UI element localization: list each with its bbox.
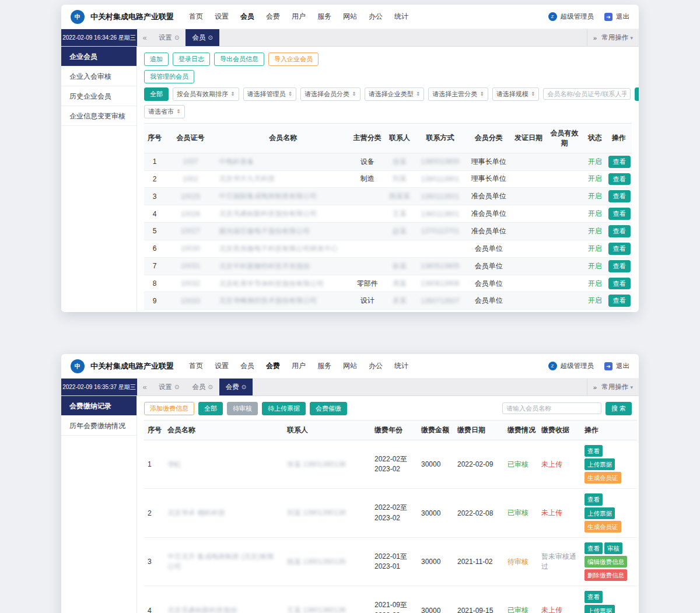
view-button[interactable]: 查看 <box>608 260 631 272</box>
tabs-forward-icon[interactable]: » <box>593 34 597 41</box>
button-会费催缴[interactable]: 会费催缴 <box>310 402 347 415</box>
tabs-collapse-icon[interactable]: « <box>137 29 152 46</box>
view-button[interactable]: 查看 <box>608 243 631 255</box>
all-filter-button[interactable]: 全部 <box>144 87 169 101</box>
sidebar-item-企业会员[interactable]: 企业会员 <box>61 47 136 66</box>
filter-select-请选择管理员[interactable]: 请选择管理员⇕ <box>243 87 297 101</box>
action-button-生成会员证[interactable]: 生成会员证 <box>584 521 621 533</box>
nav-item-首页[interactable]: 首页 <box>189 12 203 22</box>
sidebar-item-会费缴纳记录[interactable]: 会费缴纳记录 <box>61 396 136 416</box>
button-添加缴费信息[interactable]: 添加缴费信息 <box>144 402 194 415</box>
tab-会员[interactable]: 会员 ⊙ <box>186 379 219 395</box>
action-button-上传票据[interactable]: 上传票据 <box>584 507 615 519</box>
button-登录日志[interactable]: 登录日志 <box>173 52 210 66</box>
common-ops-menu[interactable]: 常用操作 ▾ <box>601 33 633 42</box>
sidebar-item-历年会费缴纳情况[interactable]: 历年会费缴纳情况 <box>61 416 136 436</box>
button-追加[interactable]: 追加 <box>144 52 169 66</box>
tab-close-icon[interactable]: ⊙ <box>174 384 179 390</box>
fee-filter-buttons: 添加缴费信息全部待审核待上传票据会费催缴 <box>144 402 347 415</box>
nav-item-用户[interactable]: 用户 <box>292 361 306 371</box>
cell-index: 5 <box>144 223 165 240</box>
tab-设置[interactable]: 设置 ⊙ <box>152 29 186 46</box>
fee-status-text: 已审核 <box>508 460 528 468</box>
view-button[interactable]: 查看 <box>608 295 631 307</box>
filter-select-请选择主营分类[interactable]: 请选择主营分类⇕ <box>428 87 488 101</box>
tab-会费[interactable]: 会费 ⊙ <box>219 379 253 395</box>
logout-icon[interactable]: ➜ <box>604 13 612 21</box>
nav-item-会员[interactable]: 会员 <box>240 361 254 371</box>
user-name[interactable]: 超级管理员 <box>561 12 594 21</box>
view-button[interactable]: 查看 <box>608 190 631 202</box>
tab-会员[interactable]: 会员 ⊙ <box>186 29 219 46</box>
cell-index: 3 <box>144 188 165 205</box>
view-button[interactable]: 查看 <box>608 208 631 220</box>
nav-item-设置[interactable]: 设置 <box>215 12 229 22</box>
search-button[interactable]: 搜 索 <box>606 402 632 415</box>
action-button-查看[interactable]: 查看 <box>584 591 603 603</box>
nav-item-会员[interactable]: 会员 <box>240 12 254 22</box>
sidebar-item-企业信息变更审核[interactable]: 企业信息变更审核 <box>61 106 136 126</box>
nav-item-网站[interactable]: 网站 <box>343 361 357 371</box>
tabs-forward-icon[interactable]: » <box>593 384 597 391</box>
user-name[interactable]: 超级管理员 <box>561 362 594 370</box>
filter-select-请选择规模[interactable]: 请选择规模⇕ <box>492 87 540 101</box>
filter-select-请选省市[interactable]: 请选省市⇕ <box>144 105 185 118</box>
action-button-审核[interactable]: 审核 <box>604 542 622 554</box>
nav-item-网站[interactable]: 网站 <box>343 12 357 22</box>
search-button[interactable]: 搜 索 <box>635 87 639 101</box>
tabs-collapse-icon[interactable]: « <box>137 379 152 395</box>
filter-select-请选择会员分类[interactable]: 请选择会员分类⇕ <box>300 87 360 101</box>
button-导入企业会员[interactable]: 导入企业会员 <box>268 52 318 66</box>
redacted-text: 1002 <box>183 175 198 183</box>
button-待审核[interactable]: 待审核 <box>227 402 258 415</box>
tab-close-icon[interactable]: ⊙ <box>208 34 212 41</box>
tab-close-icon[interactable]: ⊙ <box>174 34 179 41</box>
tab-close-icon[interactable]: ⊙ <box>242 384 246 390</box>
action-button-编辑缴费信息[interactable]: 编辑缴费信息 <box>584 556 627 568</box>
button-导出会员信息[interactable]: 导出会员信息 <box>214 52 264 66</box>
view-button[interactable]: 查看 <box>608 278 631 290</box>
button-全部[interactable]: 全部 <box>198 402 223 415</box>
nav-item-服务[interactable]: 服务 <box>317 361 331 371</box>
nav-item-会费[interactable]: 会费 <box>266 12 280 22</box>
select-arrows-icon: ⇕ <box>230 91 235 97</box>
fee-search-input[interactable] <box>502 402 601 414</box>
sidebar-item-历史企业会员[interactable]: 历史企业会员 <box>61 86 136 106</box>
view-button[interactable]: 查看 <box>608 225 631 237</box>
action-button-上传票据[interactable]: 上传票据 <box>584 458 615 470</box>
nav-item-设置[interactable]: 设置 <box>215 361 229 371</box>
sidebar-item-企业入会审核[interactable]: 企业入会审核 <box>61 66 136 86</box>
tab-设置[interactable]: 设置 ⊙ <box>152 379 186 395</box>
filter-select-按会员有效期排序[interactable]: 按会员有效期排序⇕ <box>173 87 239 101</box>
nav-item-统计[interactable]: 统计 <box>394 361 408 371</box>
button-我管理的会员[interactable]: 我管理的会员 <box>144 70 194 83</box>
nav-item-用户[interactable]: 用户 <box>292 12 306 22</box>
nav-item-会费[interactable]: 会费 <box>266 361 280 371</box>
filter-select-请选择企业类型[interactable]: 请选择企业类型⇕ <box>365 87 425 101</box>
nav-item-统计[interactable]: 统计 <box>394 12 408 22</box>
view-button[interactable]: 查看 <box>608 173 631 185</box>
action-button-查看[interactable]: 查看 <box>584 445 603 457</box>
logout-icon[interactable]: ➜ <box>604 362 612 370</box>
common-ops-menu[interactable]: 常用操作 ▾ <box>601 383 633 391</box>
logout-label[interactable]: 退出 <box>616 362 629 370</box>
redacted-text: 北京华大九天科技 <box>219 174 275 183</box>
nav-item-办公[interactable]: 办公 <box>369 12 383 22</box>
cell-fee-year: 2022-02至 2023-02 <box>371 489 418 538</box>
view-button[interactable]: 查看 <box>608 156 631 168</box>
toolbar-row-2: 我管理的会员 <box>144 70 632 83</box>
button-待上传票据[interactable]: 待上传票据 <box>262 402 306 415</box>
nav-item-首页[interactable]: 首页 <box>189 361 203 371</box>
redacted-text: 1390613906 <box>421 279 460 288</box>
nav-item-办公[interactable]: 办公 <box>369 361 383 371</box>
tab-close-icon[interactable]: ⊙ <box>208 384 212 390</box>
action-button-查看[interactable]: 查看 <box>584 542 603 554</box>
action-button-上传票据[interactable]: 上传票据 <box>584 605 615 613</box>
member-search-input[interactable] <box>543 88 631 100</box>
action-button-删除缴费信息[interactable]: 删除缴费信息 <box>584 569 627 581</box>
action-button-生成会员证[interactable]: 生成会员证 <box>584 472 621 484</box>
action-button-查看[interactable]: 查看 <box>584 493 603 505</box>
nav-item-服务[interactable]: 服务 <box>317 12 331 22</box>
cell-member-class: 会员单位 <box>466 275 512 292</box>
logout-label[interactable]: 退出 <box>616 12 629 21</box>
